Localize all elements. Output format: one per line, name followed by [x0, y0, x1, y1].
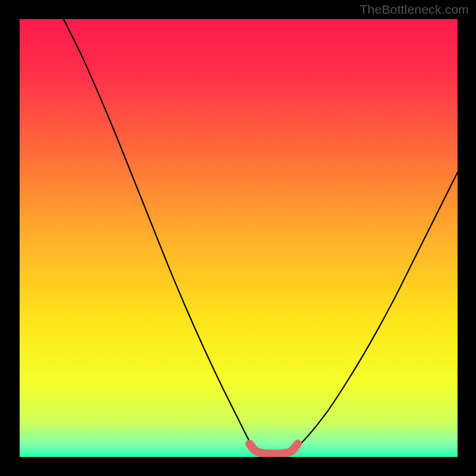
- gradient-background: [20, 19, 458, 457]
- bottleneck-chart: [0, 0, 476, 476]
- watermark-text: TheBottleneck.com: [360, 2, 469, 17]
- chart-stage: TheBottleneck.com: [0, 0, 476, 476]
